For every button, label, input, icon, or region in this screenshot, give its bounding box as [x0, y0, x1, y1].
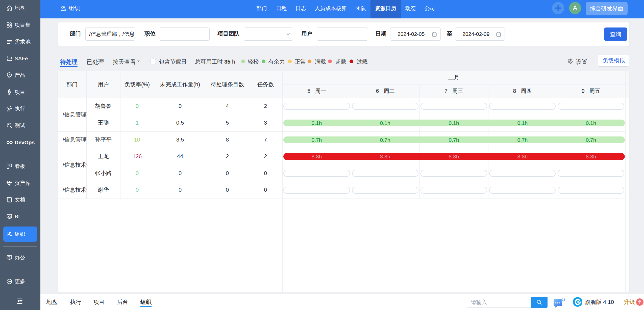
svg-text:AI: AI	[561, 298, 565, 302]
